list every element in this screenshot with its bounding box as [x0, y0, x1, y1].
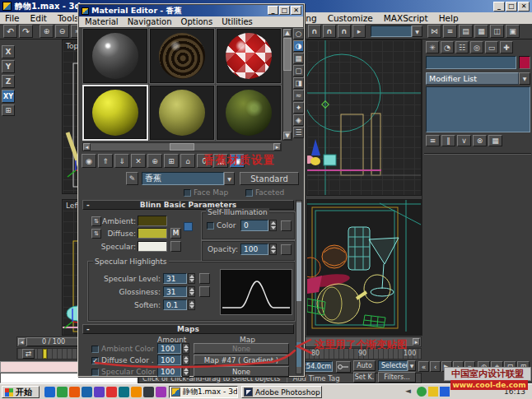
- sample-slot-6[interactable]: [216, 85, 282, 141]
- viewport-divider-h2[interactable]: [306, 196, 422, 199]
- material-editor-titlebar[interactable]: Material Editor - 香蕉 _ □ ✕: [79, 5, 303, 16]
- lock-diffuse-specular-icon[interactable]: ⇅: [91, 229, 101, 239]
- ambient-amount-spinner[interactable]: [182, 343, 189, 354]
- me-menu-options[interactable]: Options: [181, 17, 213, 26]
- pick-material-dropper-icon[interactable]: ✎: [126, 172, 138, 185]
- specular-level-field[interactable]: 31: [163, 273, 187, 284]
- auto-key-button[interactable]: Auto: [353, 360, 376, 371]
- background-icon[interactable]: ▦: [293, 53, 304, 64]
- menu-edit[interactable]: Edit: [30, 13, 47, 23]
- opacity-map-button[interactable]: [281, 244, 292, 255]
- curve-editor-icon[interactable]: ▦: [474, 25, 488, 38]
- tray-icon-3[interactable]: [428, 387, 438, 397]
- go-to-start-button[interactable]: «: [418, 361, 429, 372]
- current-frame-marker[interactable]: [43, 349, 47, 359]
- me-close-button[interactable]: ✕: [291, 6, 301, 15]
- ambient-color-swatch[interactable]: [138, 216, 167, 226]
- sample-vscrollbar[interactable]: ▲ ▼: [282, 28, 292, 141]
- menu-customize[interactable]: Customize: [328, 13, 373, 23]
- ambient-map-button[interactable]: None: [194, 343, 289, 354]
- sample-slot-4-selected[interactable]: [82, 85, 148, 141]
- maxscript-mini-listener[interactable]: [0, 361, 80, 373]
- object-color-swatch[interactable]: [519, 56, 530, 69]
- unlink-selection-icon[interactable]: ⊖: [55, 25, 69, 38]
- opacity-spinner[interactable]: [269, 244, 277, 255]
- quicklaunch-icon-3[interactable]: [69, 387, 80, 397]
- modifier-stack-list[interactable]: [426, 86, 530, 132]
- modifier-list-dropdown[interactable]: Modifier List: [426, 72, 519, 85]
- keyboard-override-icon[interactable]: ▸: [352, 25, 366, 38]
- opacity-value-field[interactable]: 100: [240, 244, 268, 255]
- mirror-icon[interactable]: ⋈: [427, 25, 441, 38]
- get-material-icon[interactable]: ◉: [82, 154, 96, 168]
- menu-help[interactable]: Help: [439, 13, 459, 23]
- quicklaunch-icon-7[interactable]: [119, 387, 129, 397]
- network-icon[interactable]: [417, 387, 427, 397]
- params-vscroll-thumb[interactable]: [296, 202, 301, 301]
- restrict-x-button[interactable]: X: [2, 45, 15, 58]
- menu-tools[interactable]: Tools: [58, 13, 79, 23]
- tab-motion[interactable]: ◎: [470, 41, 483, 53]
- make-preview-icon[interactable]: ≈: [293, 90, 304, 101]
- viewport-front[interactable]: [306, 39, 422, 196]
- schematic-view-icon[interactable]: ◫: [490, 25, 504, 38]
- time-slider-handle[interactable]: 0 / 100: [26, 337, 81, 346]
- set-keys-button[interactable]: [336, 361, 351, 373]
- material-map-navigator-icon[interactable]: ☰: [293, 127, 304, 138]
- key-filter-dropdown[interactable]: Selected: [378, 360, 408, 371]
- me-menu-navigation[interactable]: Navigation: [128, 17, 172, 26]
- object-name-field[interactable]: [426, 56, 516, 69]
- task-button-3dsmax[interactable]: 静物1.max - 3ds m...: [169, 386, 238, 398]
- material-options-icon[interactable]: ✦: [293, 102, 304, 114]
- prev-frame-button[interactable]: ‹: [430, 361, 441, 372]
- diffuse-map-shortcut-button[interactable]: M: [170, 228, 181, 239]
- make-unique-icon[interactable]: ∨: [457, 135, 471, 146]
- remove-modifier-icon[interactable]: ⊗: [473, 135, 487, 146]
- me-minimize-button[interactable]: _: [268, 6, 278, 15]
- face-map-checkbox[interactable]: [184, 189, 191, 197]
- tab-utilities[interactable]: ✚: [500, 41, 513, 53]
- specular-level-map-button[interactable]: [199, 273, 210, 284]
- specular-map-checkbox[interactable]: [91, 369, 99, 376]
- filters-button[interactable]: Filters...: [378, 372, 416, 383]
- me-menu-material[interactable]: Material: [85, 17, 119, 26]
- track-mode-icon[interactable]: ⇄: [22, 349, 35, 359]
- named-selection-dropdown[interactable]: [371, 26, 412, 37]
- lock-maps-icon[interactable]: [184, 222, 193, 231]
- specular-map-shortcut-button[interactable]: [170, 241, 181, 252]
- put-to-library-icon[interactable]: ⌂: [180, 154, 195, 168]
- quicklaunch-icon-10[interactable]: [156, 387, 166, 397]
- specular-level-spinner[interactable]: [188, 273, 195, 284]
- ambient-amount-field[interactable]: 100: [157, 343, 181, 354]
- me-restore-button[interactable]: □: [279, 6, 290, 15]
- select-by-material-icon[interactable]: ◈: [293, 114, 304, 126]
- quicklaunch-icon-6[interactable]: [106, 387, 117, 397]
- specular-amount-spinner[interactable]: [182, 366, 189, 377]
- specular-color-swatch[interactable]: [138, 241, 167, 252]
- maps-rollout-header[interactable]: -Maps: [82, 324, 294, 334]
- faceted-checkbox[interactable]: [245, 189, 253, 197]
- material-type-button[interactable]: Standard: [240, 172, 299, 185]
- layer-manager-icon[interactable]: ▤: [459, 25, 473, 38]
- render-setup-icon[interactable]: ▣: [506, 25, 520, 38]
- snap-toggle-icon[interactable]: ∩: [308, 25, 321, 38]
- quicklaunch-icon-5[interactable]: [94, 387, 105, 397]
- viewport-divider-v[interactable]: [304, 39, 306, 336]
- tab-create[interactable]: ✳: [426, 41, 439, 53]
- menu-maxscript[interactable]: MAXScript: [384, 13, 428, 23]
- time-slider-prev[interactable]: ◂: [18, 338, 26, 346]
- start-button[interactable]: 开始: [2, 386, 40, 398]
- self-illum-value-field[interactable]: 0: [240, 220, 268, 231]
- params-vscrollbar[interactable]: [296, 200, 302, 374]
- align-icon[interactable]: ≡: [443, 25, 457, 38]
- material-name-dropdown-arrow[interactable]: ▼: [224, 172, 235, 185]
- volume-icon[interactable]: ◄: [405, 387, 415, 397]
- put-material-to-scene-icon[interactable]: ⇑: [98, 154, 113, 168]
- material-name-field[interactable]: 香蕉: [142, 172, 224, 185]
- diffuse-amount-field[interactable]: 100: [157, 355, 181, 365]
- sample-slot-5[interactable]: [149, 85, 215, 141]
- make-unique-icon[interactable]: ⊞: [164, 154, 179, 168]
- coordinate-display-z[interactable]: 254.0cm: [299, 361, 333, 372]
- modifier-list-dropdown-arrow[interactable]: ▼: [519, 72, 530, 85]
- undo-button[interactable]: ↶: [3, 25, 17, 38]
